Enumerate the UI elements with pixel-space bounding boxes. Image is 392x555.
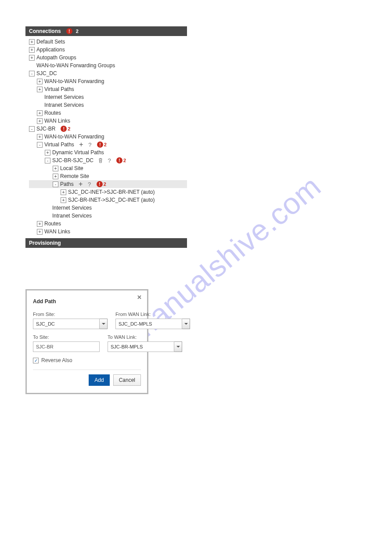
tree-label[interactable]: SJC-BR-INET->SJC_DC-INET (auto) (68, 197, 155, 203)
alert-icon: ! (116, 157, 122, 163)
tree-label[interactable]: Autopath Groups (36, 54, 76, 61)
expand-icon[interactable]: + (29, 47, 35, 53)
expand-icon[interactable]: + (37, 110, 43, 116)
tree-label[interactable]: WAN Links (44, 229, 70, 235)
error-count: 2 (68, 126, 70, 131)
expand-icon[interactable]: + (37, 229, 43, 235)
tree-node-sjc-dc-w2w[interactable]: +WAN-to-WAN Forwarding (29, 77, 187, 85)
tree-label[interactable]: WAN-to-WAN Forwarding Groups (36, 62, 115, 69)
tree-node-path1[interactable]: +SJC_DC-INET->SJC-BR-INET (auto) (29, 188, 187, 196)
tree-label[interactable]: WAN-to-WAN Forwarding (44, 78, 104, 84)
tree-label[interactable]: Dynamic Virtual Paths (52, 149, 104, 156)
tree-node-default-sets[interactable]: +Default Sets (29, 38, 187, 46)
tree-node-sjc-br-sjc-dc[interactable]: -SJC-BR-SJC_DC?!2 (29, 156, 187, 164)
tree-node-path2[interactable]: +SJC-BR-INET->SJC_DC-INET (auto) (29, 196, 187, 204)
add-icon[interactable]: + (77, 181, 84, 188)
chevron-down-icon[interactable] (100, 319, 108, 329)
help-icon[interactable]: ? (86, 141, 94, 148)
tree-node-autopath-groups[interactable]: +Autopath Groups (29, 54, 187, 62)
expand-icon[interactable]: + (61, 197, 66, 203)
collapse-icon[interactable]: - (29, 126, 35, 132)
collapse-icon[interactable]: - (37, 142, 43, 148)
tree-node-sjc-br-routes[interactable]: +Routes (29, 220, 187, 228)
expand-icon[interactable]: + (37, 134, 43, 140)
expand-icon[interactable]: + (53, 174, 58, 179)
tree-label[interactable]: Paths (60, 181, 74, 187)
alert-icon: ! (97, 141, 103, 148)
tree-node-sjc-dc-wanlinks[interactable]: +WAN Links (29, 117, 187, 125)
help-icon[interactable]: ? (86, 181, 93, 188)
expand-icon[interactable]: + (45, 150, 50, 156)
expand-icon[interactable]: + (37, 87, 43, 92)
tree-label[interactable]: WAN-to-WAN Forwarding (44, 134, 104, 140)
tree-label[interactable]: Routes (44, 221, 61, 227)
tree-label[interactable]: Applications (36, 47, 65, 53)
from-wan-select[interactable] (115, 319, 190, 329)
tree-node-sjc-dc-routes[interactable]: +Routes (29, 109, 187, 117)
provisioning-title: Provisioning (29, 240, 61, 246)
from-wan-label: From WAN Link: (115, 312, 190, 317)
tree-line-icon (29, 63, 35, 69)
tree-node-sjc-dc[interactable]: -SJC_DC (29, 69, 187, 77)
tree-node-wan2wan-fwd-groups[interactable]: WAN-to-WAN Forwarding Groups (29, 62, 187, 69)
collapse-icon[interactable]: - (29, 71, 35, 76)
chevron-down-icon[interactable] (182, 319, 190, 329)
expand-icon[interactable]: + (37, 79, 43, 84)
tree-label[interactable]: WAN Links (44, 118, 70, 124)
alert-icon: ! (97, 181, 103, 187)
tree-label[interactable]: Internet Services (44, 94, 84, 100)
tree-label[interactable]: Intranet Services (44, 102, 84, 108)
tree-label[interactable]: Internet Services (52, 205, 92, 211)
tree-label[interactable]: Routes (44, 110, 61, 116)
expand-icon[interactable]: + (37, 221, 43, 227)
tree-node-sjc-br-vpaths[interactable]: -Virtual Paths+?!2 (29, 141, 187, 149)
tree-node-sjc-br-w2w[interactable]: +WAN-to-WAN Forwarding (29, 133, 187, 141)
add-button[interactable]: Add (89, 374, 109, 386)
from-site-select[interactable] (33, 319, 108, 329)
tree-node-sjc-br-wanlinks[interactable]: +WAN Links (29, 228, 187, 236)
tree-node-sjc-dc-internet[interactable]: Internet Services (29, 93, 187, 101)
expand-icon[interactable]: + (29, 39, 35, 45)
add-icon[interactable]: + (78, 141, 85, 148)
reverse-checkbox[interactable]: ✓ (33, 358, 39, 363)
collapse-icon[interactable]: - (53, 181, 58, 187)
to-site-field[interactable] (33, 341, 100, 352)
tree-label[interactable]: SJC_DC (36, 70, 57, 76)
tree-label[interactable]: SJC-BR-SJC_DC (52, 157, 94, 163)
tree-node-applications[interactable]: +Applications (29, 46, 187, 54)
expand-icon[interactable]: + (29, 55, 35, 61)
tree-node-dyn-vpaths[interactable]: +Dynamic Virtual Paths (29, 149, 187, 156)
tree-label[interactable]: SJC_DC-INET->SJC-BR-INET (auto) (68, 189, 155, 195)
to-wan-select[interactable] (108, 341, 182, 352)
tree-label[interactable]: SJC-BR (36, 126, 55, 132)
reverse-label: Reverse Also (41, 357, 72, 363)
from-wan-value[interactable] (115, 319, 182, 329)
alert-icon: ! (61, 126, 67, 132)
cancel-button[interactable]: Cancel (113, 374, 141, 386)
tree-node-sjc-br[interactable]: -SJC-BR!2 (29, 125, 187, 133)
to-wan-value[interactable] (108, 341, 174, 352)
tree-label[interactable]: Default Sets (36, 39, 65, 45)
expand-icon[interactable]: + (37, 118, 43, 124)
help-icon[interactable]: ? (106, 157, 113, 164)
tree-label[interactable]: Virtual Paths (44, 86, 74, 92)
tree-node-sjc-dc-intranet[interactable]: Intranet Services (29, 101, 187, 109)
tree-node-sjc-br-intranet[interactable]: Intranet Services (29, 212, 187, 220)
close-icon[interactable]: ✕ (137, 294, 142, 301)
tree-node-sjc-br-internet[interactable]: Internet Services (29, 204, 187, 212)
tree-label[interactable]: Local Site (60, 165, 83, 171)
tree-label[interactable]: Virtual Paths (44, 141, 74, 148)
tree-label[interactable]: Intranet Services (52, 213, 92, 219)
to-site-label: To Site: (33, 334, 100, 340)
trash-icon[interactable] (97, 157, 104, 164)
expand-icon[interactable]: + (61, 189, 66, 195)
collapse-icon[interactable]: - (45, 158, 50, 163)
tree-node-sjc-dc-vpaths[interactable]: +Virtual Paths (29, 85, 187, 93)
tree-label[interactable]: Remote Site (60, 173, 89, 179)
from-site-value[interactable] (33, 319, 100, 329)
tree-node-paths[interactable]: -Paths+?!2 (29, 180, 187, 188)
chevron-down-icon[interactable] (174, 341, 182, 352)
tree-node-remote-site[interactable]: +Remote Site (29, 172, 187, 180)
tree-node-local-site[interactable]: +Local Site (29, 164, 187, 172)
expand-icon[interactable]: + (53, 166, 58, 171)
